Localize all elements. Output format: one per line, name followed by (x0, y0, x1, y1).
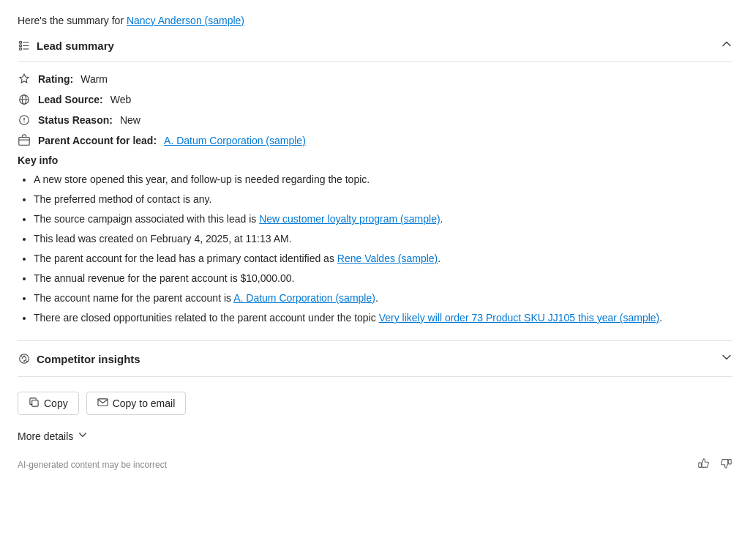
bullet-text-before: The source campaign associated with this… (34, 213, 259, 225)
more-details-chevron-icon (78, 430, 88, 442)
status-icon (18, 113, 31, 127)
list-item: There are closed opportunities related t… (34, 310, 732, 326)
status-field-row: Status Reason: New (18, 113, 732, 127)
campaign-link[interactable]: New customer loyalty program (sample) (259, 213, 440, 225)
status-label: Status Reason: (38, 114, 113, 126)
star-icon (18, 72, 31, 86)
competitor-title-group: Competitor insights (18, 352, 140, 365)
lead-summary-collapse-icon[interactable] (721, 38, 732, 53)
list-item: This lead was created on February 4, 202… (34, 231, 732, 247)
more-details-label: More details (18, 430, 73, 442)
lead-summary-title: Lead summary (37, 40, 114, 52)
feedback-icons-group (697, 457, 732, 473)
svg-rect-16 (98, 399, 108, 406)
lead-source-icon (18, 93, 31, 106)
svg-rect-15 (32, 400, 38, 406)
action-buttons: Copy Copy to email (18, 392, 732, 415)
copy-icon (29, 397, 40, 410)
svg-rect-17 (699, 463, 702, 467)
copy-to-email-label: Copy to email (113, 397, 176, 409)
competitor-expand-icon[interactable] (721, 351, 732, 366)
key-info-section: Key info A new store opened this year, a… (18, 154, 732, 326)
lead-summary-icon (18, 39, 31, 52)
header-intro: Here's the summary for Nancy Anderson (s… (18, 15, 732, 26)
list-item: The preferred method of contact is any. (34, 192, 732, 207)
svg-rect-0 (20, 42, 22, 44)
competitor-insights-section: Competitor insights (18, 340, 732, 377)
parent-account-field-row: Parent Account for lead: A. Datum Corpor… (18, 134, 732, 147)
lead-summary-title-group: Lead summary (18, 39, 114, 52)
key-info-list: A new store opened this year, and follow… (18, 172, 732, 326)
rating-value: Warm (80, 73, 108, 85)
more-details[interactable]: More details (18, 430, 732, 442)
thumbs-down-icon[interactable] (719, 457, 732, 473)
ai-disclaimer: AI-generated content may be incorrect (18, 460, 167, 470)
svg-point-11 (23, 122, 24, 122)
list-item: The account name for the parent account … (34, 291, 732, 306)
parent-account-link[interactable]: A. Datum Corporation (sample) (164, 135, 306, 146)
contact-primary-link[interactable]: Rene Valdes (sample) (337, 253, 438, 264)
list-item: The source campaign associated with this… (34, 212, 732, 227)
list-item: A new store opened this year, and follow… (34, 172, 732, 187)
email-icon (97, 397, 108, 410)
list-item: The annual revenue for the parent accoun… (34, 271, 732, 286)
copy-label: Copy (44, 397, 68, 409)
competitor-icon (18, 352, 31, 365)
contact-link[interactable]: Nancy Anderson (sample) (127, 15, 244, 26)
lead-summary-header: Lead summary (18, 38, 732, 62)
status-value: New (120, 114, 140, 126)
copy-to-email-button[interactable]: Copy to email (86, 392, 187, 415)
list-item: The parent account for the lead has a pr… (34, 251, 732, 266)
key-info-title: Key info (18, 154, 732, 166)
rating-label: Rating: (38, 73, 73, 85)
lead-fields-container: Rating: Warm Lead Source: Web Status Rea… (18, 72, 732, 147)
competitor-title: Competitor insights (37, 353, 140, 365)
svg-rect-18 (729, 460, 732, 464)
parent-account-label: Parent Account for lead: (38, 135, 157, 146)
thumbs-up-icon[interactable] (697, 457, 710, 473)
account-icon (18, 134, 31, 147)
lead-source-field-row: Lead Source: Web (18, 93, 732, 106)
svg-rect-4 (20, 48, 22, 51)
lead-source-label: Lead Source: (38, 94, 103, 105)
svg-rect-2 (20, 45, 22, 47)
account-name-link[interactable]: A. Datum Corporation (sample) (233, 292, 375, 304)
opportunity-link[interactable]: Very likely will order 73 Product SKU JJ… (379, 312, 660, 324)
intro-text: Here's the summary for (18, 15, 124, 26)
rating-field-row: Rating: Warm (18, 72, 732, 86)
copy-button[interactable]: Copy (18, 392, 79, 415)
svg-rect-12 (19, 138, 29, 146)
lead-source-value: Web (110, 94, 132, 105)
footer: AI-generated content may be incorrect (18, 457, 732, 473)
